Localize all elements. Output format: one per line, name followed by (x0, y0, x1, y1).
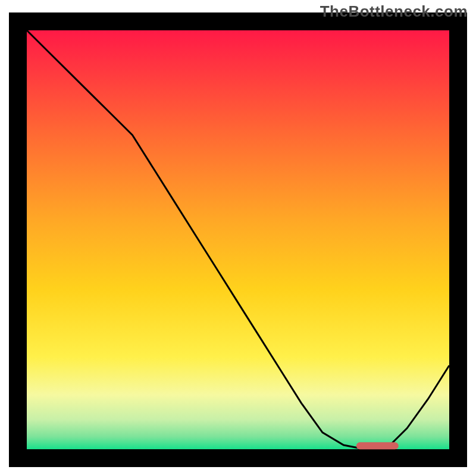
watermark-text: TheBottleneck.com (320, 2, 468, 21)
bottleneck-chart (0, 0, 476, 476)
optimal-marker (356, 442, 399, 449)
chart-container: TheBottleneck.com (0, 0, 476, 476)
